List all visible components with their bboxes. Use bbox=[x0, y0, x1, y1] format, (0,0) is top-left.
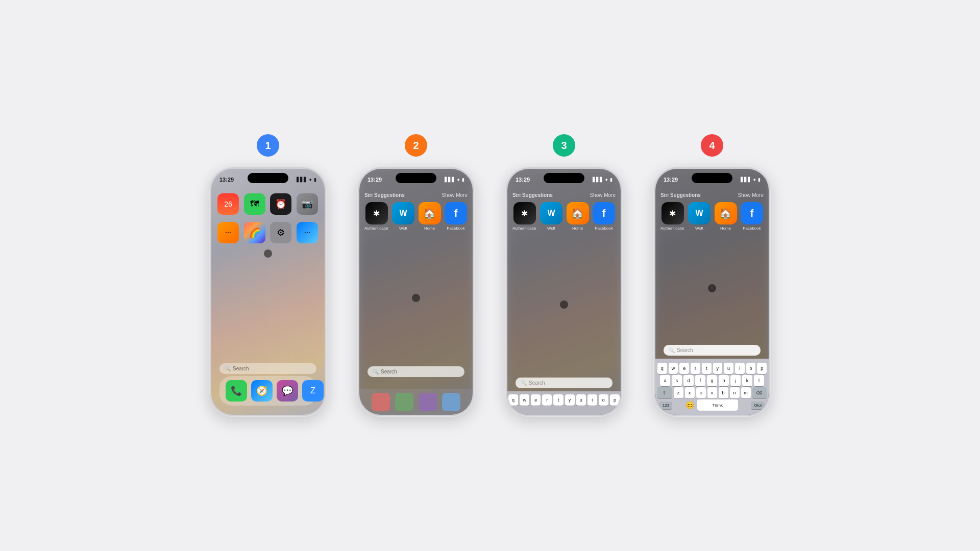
wolt-icon-2: W bbox=[392, 202, 414, 224]
status-icons-4: ▋▋▋ ● ▮ bbox=[741, 177, 761, 182]
emoji-key-4[interactable]: 😊 bbox=[685, 401, 694, 409]
search-bar-2[interactable]: 🔍 Search bbox=[368, 366, 464, 377]
home-icon-3: 🏠 bbox=[567, 202, 589, 224]
key-l-4[interactable]: l bbox=[754, 375, 764, 386]
status-bar-4: 13:29 ▋▋▋ ● ▮ bbox=[655, 169, 769, 187]
key-y-4[interactable]: y bbox=[713, 363, 723, 374]
show-more-4[interactable]: Show More bbox=[738, 192, 764, 198]
dynamic-island-4 bbox=[692, 173, 732, 183]
search-input-3[interactable]: 🔍 Search bbox=[516, 378, 612, 388]
key-f-4[interactable]: f bbox=[695, 375, 705, 386]
delete-key-4[interactable]: ⌫ bbox=[752, 387, 767, 398]
scene: 1 13:29 ▋▋▋ ● ▮ bbox=[189, 114, 791, 437]
key-r-4[interactable]: r bbox=[691, 363, 700, 374]
key-j-4[interactable]: j bbox=[730, 375, 741, 386]
key-y-3[interactable]: y bbox=[565, 394, 575, 406]
dock-icon-blur-1 bbox=[372, 393, 390, 411]
key-w-3[interactable]: w bbox=[520, 394, 529, 406]
suggestion-authenticator-2[interactable]: ✱ Authenticator bbox=[364, 202, 388, 231]
safari-dock-icon[interactable]: 🧭 bbox=[251, 380, 273, 402]
signal-icon-3: ▋▋▋ bbox=[593, 177, 603, 182]
phone-4: 13:29 ▋▋▋ ● ▮ Siri Suggestions Show More bbox=[653, 167, 771, 417]
wifi-icon-1: ● bbox=[309, 177, 312, 182]
search-input-4[interactable]: 🔍 Search bbox=[664, 345, 761, 356]
status-bar-1: 13:29 ▋▋▋ ● ▮ bbox=[211, 169, 325, 187]
zoom-dock-icon[interactable]: Z bbox=[302, 380, 324, 402]
suggestion-authenticator-3[interactable]: ✱ Authenticator bbox=[512, 202, 536, 231]
key-e-4[interactable]: e bbox=[679, 363, 689, 374]
key-r-3[interactable]: r bbox=[542, 394, 552, 406]
search-bar-1[interactable]: 🔍 Search bbox=[219, 363, 316, 374]
key-u-4[interactable]: u bbox=[724, 363, 733, 374]
suggestion-home-2[interactable]: 🏠 Home bbox=[418, 202, 442, 231]
key-e-3[interactable]: e bbox=[531, 394, 541, 406]
key-q-3[interactable]: q bbox=[508, 394, 518, 406]
key-n-4[interactable]: n bbox=[730, 387, 740, 398]
settings-icon[interactable]: ⚙ bbox=[270, 222, 291, 243]
key-t-4[interactable]: t bbox=[702, 363, 712, 374]
key-p-3[interactable]: p bbox=[610, 394, 620, 406]
camera-icon[interactable]: 📷 bbox=[297, 193, 318, 215]
wolt-icon-4: W bbox=[688, 202, 710, 224]
key-123-4[interactable]: 123 bbox=[659, 402, 672, 409]
time-2: 13:29 bbox=[368, 177, 382, 183]
status-bar-2: 13:29 ▋▋▋ ● ▮ bbox=[359, 169, 473, 187]
facebook-icon-3: f bbox=[593, 202, 615, 224]
suggestion-home-4[interactable]: 🏠 Home bbox=[714, 202, 738, 231]
key-x-4[interactable]: x bbox=[685, 387, 695, 398]
key-o-4[interactable]: o bbox=[746, 363, 756, 374]
suggestion-home-3[interactable]: 🏠 Home bbox=[566, 202, 590, 231]
return-key-4[interactable]: Otol bbox=[751, 402, 765, 409]
folder-icon-2[interactable]: ⋯ bbox=[297, 222, 318, 243]
show-more-2[interactable]: Show More bbox=[442, 192, 468, 198]
key-i-3[interactable]: i bbox=[587, 394, 597, 406]
suggestion-wolt-2[interactable]: W Wolt bbox=[391, 202, 415, 231]
suggestion-facebook-2[interactable]: f Facebook bbox=[444, 202, 468, 231]
key-d-4[interactable]: d bbox=[683, 375, 694, 386]
page-indicator bbox=[215, 249, 321, 258]
dock-1: 📞 🧭 💬 Z bbox=[219, 376, 316, 406]
photos-icon[interactable]: 🌈 bbox=[244, 222, 265, 243]
phone-1-container: 1 13:29 ▋▋▋ ● ▮ bbox=[209, 134, 327, 417]
key-g-4[interactable]: g bbox=[707, 375, 717, 386]
facebook-icon-2: f bbox=[445, 202, 467, 224]
key-a-4[interactable]: a bbox=[660, 375, 670, 386]
key-m-4[interactable]: m bbox=[741, 387, 751, 398]
dock-icon-blur-2 bbox=[395, 393, 413, 411]
key-k-4[interactable]: k bbox=[742, 375, 752, 386]
siri-suggestions-3: Siri Suggestions Show More ✱ Authenticat… bbox=[507, 187, 621, 236]
siri-title-2: Siri Suggestions bbox=[364, 192, 405, 198]
wolt-icon-3: W bbox=[540, 202, 562, 224]
clock-icon[interactable]: ⏰ bbox=[270, 193, 291, 215]
key-i-4[interactable]: i bbox=[735, 363, 745, 374]
key-z-4[interactable]: z bbox=[674, 387, 683, 398]
shift-key-4[interactable]: ⇧ bbox=[657, 387, 672, 398]
show-more-3[interactable]: Show More bbox=[590, 192, 616, 198]
home-icon-2: 🏠 bbox=[419, 202, 441, 224]
suggestion-wolt-4[interactable]: W Wolt bbox=[688, 202, 711, 231]
app-grid-1: 26 🗺 ⏰ 📷 bbox=[215, 191, 321, 217]
messages-dock-icon[interactable]: 💬 bbox=[277, 380, 298, 402]
key-t-3[interactable]: t bbox=[553, 394, 563, 406]
maps-icon[interactable]: 🗺 bbox=[244, 193, 265, 215]
wifi-icon-3: ● bbox=[605, 177, 608, 182]
key-o-3[interactable]: o bbox=[599, 394, 608, 406]
key-c-4[interactable]: c bbox=[696, 387, 706, 398]
suggestion-authenticator-4[interactable]: ✱ Authenticator bbox=[660, 202, 684, 231]
key-q-4[interactable]: q bbox=[657, 363, 667, 374]
key-w-4[interactable]: w bbox=[669, 363, 678, 374]
space-key-4[interactable]: Türhk bbox=[697, 399, 738, 411]
key-s-4[interactable]: s bbox=[672, 375, 682, 386]
key-p-4[interactable]: p bbox=[757, 363, 767, 374]
key-h-4[interactable]: h bbox=[719, 375, 729, 386]
key-b-4[interactable]: b bbox=[719, 387, 728, 398]
facebook-icon-4: f bbox=[741, 202, 763, 224]
key-v-4[interactable]: v bbox=[707, 387, 717, 398]
calendar-icon[interactable]: 26 bbox=[217, 193, 239, 215]
suggestion-wolt-3[interactable]: W Wolt bbox=[540, 202, 563, 231]
suggestion-facebook-3[interactable]: f Facebook bbox=[592, 202, 616, 231]
key-u-3[interactable]: u bbox=[576, 394, 586, 406]
folder-icon-1[interactable]: ⋯ bbox=[217, 222, 239, 243]
suggestion-facebook-4[interactable]: f Facebook bbox=[740, 202, 764, 231]
phone-dock-icon[interactable]: 📞 bbox=[226, 380, 247, 402]
